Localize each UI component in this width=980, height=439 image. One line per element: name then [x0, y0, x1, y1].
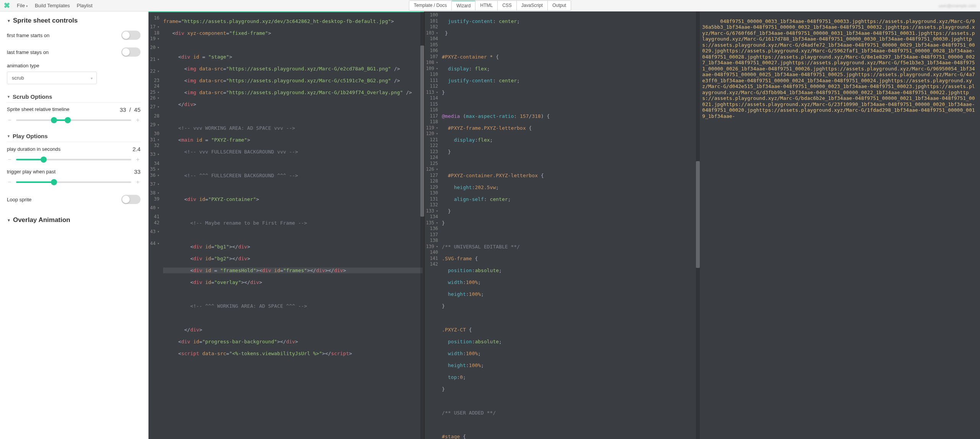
- select-animation-type[interactable]: scrub: [7, 72, 97, 84]
- line-gutter: 16 17▾ 18 19▾ 20▾ 21▾ 22▾ 23 24 25▾ 26▾ …: [149, 11, 162, 439]
- slider-thumb-end[interactable]: [65, 117, 71, 123]
- console-output[interactable]: 048f9751_00000_0033_1bf34aae-048f9751_00…: [700, 11, 980, 439]
- fold-icon[interactable]: ▾: [435, 244, 438, 250]
- slider-trigger-play[interactable]: [16, 181, 131, 183]
- caret-down-icon: ▾: [26, 4, 28, 8]
- caret-down-icon: ▼: [7, 134, 10, 138]
- toggle-first-frame[interactable]: [121, 31, 140, 40]
- fold-icon[interactable]: ▾: [435, 220, 438, 226]
- label-animation-type: animation type: [7, 63, 140, 69]
- logo-icon[interactable]: ⌘: [4, 2, 10, 9]
- caret-down-icon: ▼: [7, 95, 10, 99]
- fold-icon[interactable]: ▾: [156, 205, 159, 211]
- fold-icon[interactable]: ▾: [156, 190, 159, 196]
- fold-icon[interactable]: ▾: [435, 66, 438, 72]
- section-title: Overlay Animation: [13, 216, 70, 224]
- tab-output[interactable]: Output: [548, 1, 571, 10]
- toolbar-left: ⌘ File▾ Build Templates Playlist: [4, 2, 93, 9]
- tab-css[interactable]: CSS: [498, 1, 517, 10]
- fold-icon[interactable]: ▾: [156, 122, 159, 128]
- fold-icon[interactable]: ▾: [156, 229, 159, 235]
- fold-icon[interactable]: ▾: [156, 166, 159, 173]
- tab-html[interactable]: HTML: [475, 1, 498, 10]
- fold-icon[interactable]: ▾: [156, 57, 159, 63]
- minus-icon[interactable]: −: [7, 156, 12, 163]
- fold-icon[interactable]: ▾: [435, 166, 438, 173]
- slider-thumb[interactable]: [51, 179, 57, 185]
- label-loop-sprite: Loop sprite: [7, 197, 121, 202]
- slider-thumb-start[interactable]: [51, 117, 57, 123]
- tab-javascript[interactable]: JavaScript: [517, 1, 548, 10]
- plus-icon[interactable]: +: [135, 117, 140, 124]
- code-body-css[interactable]: justify-content: center; } #PXYZ-contain…: [440, 11, 700, 439]
- slider-sprite-timeline[interactable]: [16, 119, 131, 121]
- scrollbar-vertical[interactable]: [420, 11, 424, 439]
- section-title: Sprite sheet controls: [13, 17, 78, 24]
- section-scrub-options[interactable]: ▼ Scrub Options: [7, 90, 140, 103]
- caret-down-icon: ▼: [7, 19, 11, 23]
- top-toolbar: ⌘ File▾ Build Templates Playlist Templat…: [0, 0, 980, 11]
- fold-icon[interactable]: ▾: [156, 137, 159, 143]
- fold-icon[interactable]: ▾: [156, 173, 159, 179]
- trigger-play-value: 33: [134, 168, 140, 175]
- view-tabs: Template / Docs Wizard HTML CSS JavaScri…: [409, 0, 571, 11]
- line-gutter: 100 101 102 103▾ 104 105 106 107 108▾ 10…: [425, 11, 441, 439]
- fold-icon[interactable]: ▾: [435, 90, 438, 96]
- tab-wizard[interactable]: Wizard: [452, 0, 475, 10]
- build-templates-menu[interactable]: Build Templates: [35, 3, 70, 8]
- label-trigger-play: trigger play when past: [7, 169, 134, 175]
- fold-icon[interactable]: ▾: [435, 131, 438, 137]
- fold-icon[interactable]: ▾: [156, 95, 159, 101]
- user-email: user@example.com: [939, 3, 976, 8]
- file-menu[interactable]: File▾: [17, 3, 28, 8]
- fold-icon[interactable]: ▾: [156, 104, 159, 110]
- fold-icon[interactable]: ▾: [435, 60, 438, 66]
- html-editor[interactable]: 16 17▾ 18 19▾ 20▾ 21▾ 22▾ 23 24 25▾ 26▾ …: [149, 11, 424, 439]
- plus-icon[interactable]: +: [135, 156, 140, 163]
- sprite-timeline-values: 33 / 45: [120, 106, 140, 113]
- caret-down-icon: ▼: [7, 218, 11, 222]
- label-play-duration: play duration in seconds: [7, 146, 132, 152]
- subsection-title: Play Options: [13, 133, 48, 139]
- fold-icon[interactable]: ▾: [156, 241, 159, 247]
- label-last-frame: last frame stays on: [7, 49, 121, 55]
- minus-icon[interactable]: −: [7, 117, 12, 124]
- toggle-last-frame[interactable]: [121, 47, 140, 57]
- section-play-options[interactable]: ▼ Play Options: [7, 129, 140, 142]
- fold-icon[interactable]: ▾: [156, 152, 159, 158]
- fold-icon[interactable]: ▾: [156, 36, 159, 42]
- minus-icon[interactable]: −: [7, 179, 12, 186]
- fold-icon[interactable]: ▾: [156, 24, 159, 30]
- play-duration-value: 2.4: [132, 146, 140, 152]
- console-line: 048f9751_00000_0033_1bf34aae-048f9751_00…: [702, 18, 975, 119]
- tab-template-docs[interactable]: Template / Docs: [409, 1, 452, 10]
- fold-icon[interactable]: ▾: [156, 181, 159, 188]
- section-sprite-controls[interactable]: ▼ Sprite sheet controls: [7, 15, 140, 27]
- slider-play-duration[interactable]: [16, 159, 131, 160]
- fold-icon[interactable]: ▾: [156, 90, 159, 96]
- fold-icon[interactable]: ▾: [156, 45, 159, 51]
- code-body-html[interactable]: frame="https://assets.playground.xyz/dev…: [162, 11, 424, 439]
- css-editor[interactable]: 100 101 102 103▾ 104 105 106 107 108▾ 10…: [424, 11, 700, 439]
- section-overlay-animation[interactable]: ▼ Overlay Animation: [7, 214, 140, 226]
- fold-icon[interactable]: ▾: [435, 125, 438, 131]
- label-first-frame: first frame starts on: [7, 33, 121, 38]
- fold-icon[interactable]: ▾: [435, 30, 438, 36]
- fold-icon[interactable]: ▾: [156, 69, 159, 75]
- slider-thumb[interactable]: [41, 157, 47, 163]
- wizard-sidebar: ▼ Sprite sheet controls first frame star…: [0, 11, 149, 439]
- fold-icon[interactable]: ▾: [435, 208, 438, 214]
- subsection-title: Scrub Options: [13, 93, 52, 100]
- toggle-loop-sprite[interactable]: [121, 195, 140, 204]
- label-sprite-timeline: Sprite sheet relative timeline: [7, 106, 120, 113]
- plus-icon[interactable]: +: [135, 179, 140, 186]
- scrollbar-vertical[interactable]: [696, 11, 700, 439]
- playlist-menu[interactable]: Playlist: [77, 3, 93, 8]
